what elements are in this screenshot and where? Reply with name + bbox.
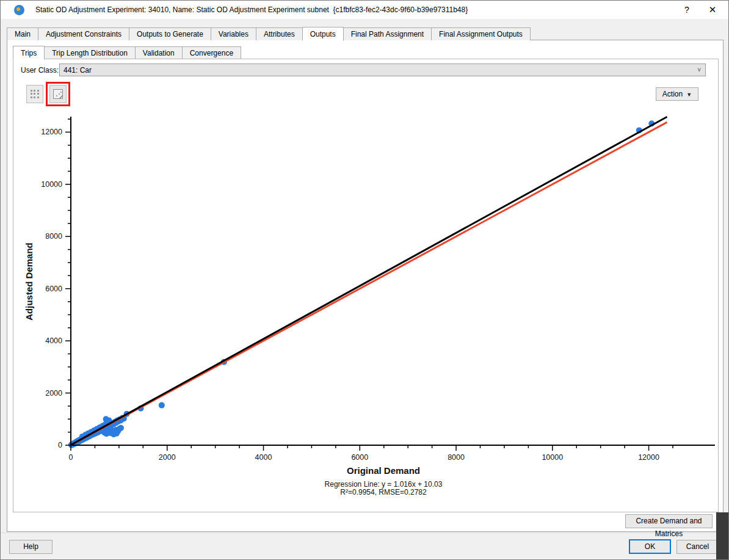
svg-text:12000: 12000 — [638, 453, 659, 462]
chevron-down-icon: ▼ — [686, 92, 692, 98]
action-menu-button[interactable]: Action▼ — [656, 87, 698, 101]
x-axis-title: Original Demand — [347, 465, 420, 476]
tab-main[interactable]: Main — [7, 27, 38, 40]
outputs-sub-tab-bar: TripsTrip Length DistributionValidationC… — [13, 45, 241, 59]
user-class-label: User Class: — [21, 66, 59, 75]
regression-equation: Regression Line: y = 1.016x + 10.03 — [325, 480, 443, 489]
subtab-trip-length-distribution[interactable]: Trip Length Distribution — [44, 46, 136, 59]
dialog-footer — [1, 533, 728, 560]
svg-text:0: 0 — [58, 441, 62, 449]
svg-text:0: 0 — [69, 453, 73, 462]
svg-text:6000: 6000 — [45, 285, 62, 293]
data-point — [159, 402, 165, 409]
create-demand-and-matrices-button[interactable]: Create Demand and Matrices — [625, 514, 713, 528]
svg-text:2000: 2000 — [45, 389, 62, 398]
subtab-convergence[interactable]: Convergence — [182, 46, 241, 59]
scatter-view-icon — [53, 89, 63, 99]
help-button[interactable]: Help — [9, 540, 53, 554]
title-bar: Static OD Adjustment Experiment: 34010, … — [1, 1, 728, 19]
main-tab-bar: MainAdjustment ConstraintsOutputs to Gen… — [7, 26, 530, 40]
chevron-down-icon: ˅ — [697, 67, 701, 73]
svg-text:8000: 8000 — [448, 453, 465, 462]
chart-view-button[interactable] — [49, 85, 67, 103]
tab-attributes[interactable]: Attributes — [256, 27, 303, 40]
svg-text:2000: 2000 — [159, 453, 176, 462]
dialog-static-od-adjustment: { "window": { "title": "Static OD Adjust… — [0, 0, 729, 560]
regression-stats: R²=0.9954, RMSE=0.2782 — [340, 488, 427, 496]
scatter-chart: 0200040006000800010000120000200040006000… — [14, 111, 717, 511]
user-class-value: 441: Car — [63, 66, 92, 75]
y-axis-title: Adjusted Demand — [24, 242, 34, 321]
table-view-button[interactable] — [26, 85, 43, 103]
close-icon[interactable]: ✕ — [700, 1, 725, 19]
tab-final-assignment-outputs[interactable]: Final Assignment Outputs — [431, 27, 531, 40]
svg-text:4000: 4000 — [255, 453, 272, 462]
svg-text:8000: 8000 — [45, 232, 62, 241]
app-logo-icon — [14, 5, 24, 15]
subtab-validation[interactable]: Validation — [135, 46, 183, 59]
tab-outputs-to-generate[interactable]: Outputs to Generate — [129, 27, 211, 40]
scatter-chart-canvas: 0200040006000800010000120000200040006000… — [14, 111, 717, 511]
titlebar-help-button[interactable]: ? — [675, 1, 699, 19]
svg-text:4000: 4000 — [45, 336, 62, 345]
user-class-select[interactable]: 441: Car ˅ — [59, 64, 706, 76]
tab-final-path-assignment[interactable]: Final Path Assignment — [343, 27, 432, 40]
tab-variables[interactable]: Variables — [211, 27, 256, 40]
tab-outputs[interactable]: Outputs — [302, 27, 344, 41]
action-label: Action — [662, 90, 683, 98]
table-view-icon — [31, 90, 40, 99]
regression-line — [71, 117, 667, 445]
footer-divider — [1, 533, 728, 533]
window-title: Static OD Adjustment Experiment: 34010, … — [35, 5, 468, 14]
background-window-fragment — [716, 512, 729, 560]
svg-text:6000: 6000 — [351, 453, 368, 462]
svg-text:10000: 10000 — [542, 453, 563, 462]
cancel-button[interactable]: Cancel — [676, 540, 719, 554]
svg-text:10000: 10000 — [41, 180, 62, 189]
ok-button[interactable]: OK — [629, 539, 671, 554]
svg-text:12000: 12000 — [41, 128, 62, 136]
data-point — [118, 425, 124, 431]
data-point — [105, 427, 111, 433]
subtab-trips[interactable]: Trips — [13, 46, 45, 60]
tab-adjustment-constraints[interactable]: Adjustment Constraints — [38, 27, 129, 40]
